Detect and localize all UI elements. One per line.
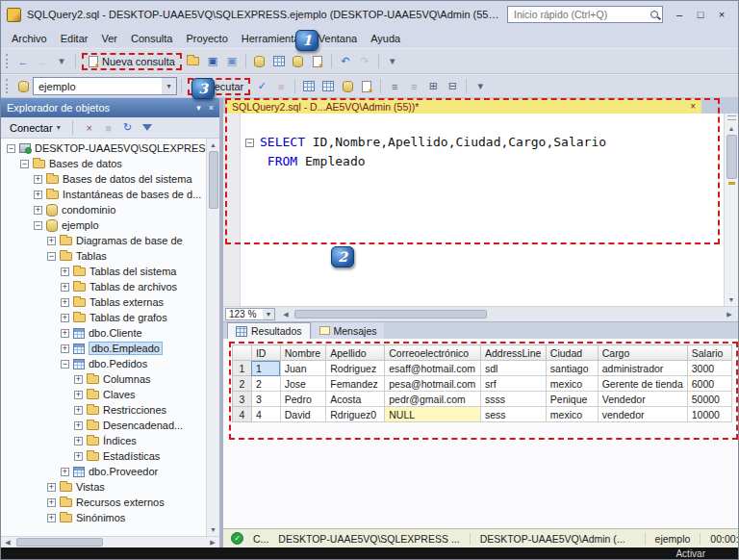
tree-item-tablas-del-sistema[interactable]: +Tablas del sistema: [1, 264, 206, 279]
tree-item-bases-de-datos-del-sistema[interactable]: +Bases de datos del sistema: [1, 171, 206, 187]
tree-item-dbo-empleado[interactable]: +dbo.Empleado: [1, 341, 206, 356]
col-header-ciudad[interactable]: Ciudad: [546, 345, 598, 361]
tree-item-condominio[interactable]: +condominio: [1, 202, 206, 217]
row-number[interactable]: 1: [233, 361, 252, 376]
scroll-right-icon[interactable]: ▶: [723, 308, 736, 320]
expand-icon[interactable]: +: [47, 498, 56, 507]
scrollbar-thumb[interactable]: [209, 151, 218, 209]
comment-lines-icon[interactable]: ≡: [386, 78, 403, 95]
toolbar-grip[interactable]: [6, 79, 10, 93]
cell-cargo[interactable]: vendedor: [598, 407, 687, 422]
refresh-icon[interactable]: ↻: [119, 119, 137, 137]
tree-item-dbo-pedidos[interactable]: −dbo.Pedidos: [1, 356, 206, 371]
redo-icon[interactable]: ↷: [356, 53, 373, 70]
tree-item-tablas-de-archivos[interactable]: +Tablas de archivos: [1, 279, 206, 294]
database-combobox[interactable]: ejemplo ▾: [33, 77, 177, 95]
generate-scripts-icon[interactable]: [309, 53, 326, 70]
scroll-down-icon[interactable]: ▼: [207, 523, 219, 536]
tree-item-columnas[interactable]: +Columnas: [1, 371, 206, 387]
tree-horizontal-scrollbar[interactable]: ◀ ▶: [1, 536, 219, 547]
scroll-up-icon[interactable]: ▲: [725, 122, 738, 135]
row-number[interactable]: 4: [233, 407, 252, 422]
cell-ciudad[interactable]: mexico: [546, 407, 598, 422]
cell-nombre[interactable]: Pedro: [280, 392, 326, 407]
col-header-addressline[interactable]: AddressLine: [481, 345, 547, 361]
cell-id[interactable]: 3: [251, 392, 280, 407]
parse-query-icon[interactable]: ✓: [253, 78, 270, 95]
minimize-button[interactable]: –: [669, 9, 690, 20]
cell-apellido[interactable]: Acosta: [326, 392, 385, 407]
col-header-correoelectr-nico[interactable]: Correoelectrónico: [385, 345, 481, 361]
cell-cargo[interactable]: administrador: [598, 361, 687, 376]
expand-icon[interactable]: +: [74, 421, 83, 430]
menu-ayuda[interactable]: Ayuda: [364, 31, 407, 46]
new-query-button[interactable]: Nueva consulta: [86, 55, 178, 68]
tree-item-desktop-uaae5vq-sqlexpress[interactable]: −DESKTOP-UAAE5VQ\SQLEXPRESS...: [1, 140, 206, 156]
tree-item-recursos-externos[interactable]: +Recursos externos: [1, 495, 206, 510]
cell-ciudad[interactable]: mexico: [546, 376, 598, 392]
tree-item-desencadenad[interactable]: +Desencadenad...: [1, 418, 206, 433]
attach-database-icon[interactable]: [290, 53, 307, 70]
cell-cargo[interactable]: Vendedor: [598, 392, 687, 407]
menu-ver[interactable]: Ver: [94, 31, 124, 46]
new-database-icon[interactable]: [251, 53, 268, 70]
collapse-icon[interactable]: −: [20, 160, 29, 168]
window-position-icon[interactable]: ▾: [196, 103, 201, 113]
scroll-left-icon[interactable]: ◀: [1, 536, 14, 548]
cell-addressline[interactable]: ssss: [481, 392, 547, 407]
cell-salario[interactable]: 6000: [687, 376, 731, 392]
cell-correoelectr-nico[interactable]: NULL: [385, 407, 481, 422]
cell-correoelectr-nico[interactable]: pedr@gmail.com: [385, 392, 481, 407]
tree-item-vistas[interactable]: +Vistas: [1, 479, 206, 495]
scroll-left-icon[interactable]: ◀: [279, 308, 293, 320]
tree-item-dbo-cliente[interactable]: +dbo.Cliente: [1, 325, 206, 341]
scroll-right-icon[interactable]: ▶: [206, 536, 219, 548]
tree-item-dbo-proveedor[interactable]: +dbo.Proveedor: [1, 464, 206, 479]
tree-item-estad-sticas[interactable]: +Estadísticas: [1, 448, 206, 464]
expand-icon[interactable]: +: [34, 191, 42, 199]
filter-icon[interactable]: [139, 119, 156, 137]
navigation-dropdown-icon[interactable]: ▾: [53, 53, 70, 70]
cell-salario[interactable]: 50000: [687, 392, 731, 407]
tree-item-restricciones[interactable]: +Restricciones: [1, 402, 206, 418]
row-number[interactable]: 2: [233, 376, 252, 392]
expand-icon[interactable]: +: [61, 283, 69, 292]
expand-icon[interactable]: +: [34, 206, 42, 215]
stop-icon[interactable]: ■: [100, 119, 117, 137]
tab-resultados[interactable]: Resultados: [227, 322, 311, 339]
outdent-icon[interactable]: ⊟: [444, 78, 461, 95]
editor-horizontal-scrollbar[interactable]: ◀ ▶: [279, 309, 736, 320]
zoom-combobox[interactable]: 123 % ▾: [225, 308, 275, 320]
expand-icon[interactable]: +: [61, 298, 69, 307]
query-options-icon[interactable]: [358, 78, 375, 95]
activity-monitor-icon[interactable]: [270, 53, 288, 70]
intellisense-icon[interactable]: [339, 78, 356, 95]
menu-ventana[interactable]: Ventana: [312, 31, 364, 46]
row-number[interactable]: 3: [233, 392, 252, 407]
scrollbar-thumb[interactable]: [16, 538, 103, 547]
split-grip-icon[interactable]: [727, 115, 736, 120]
cell-correoelectr-nico[interactable]: esaff@hotmail.com: [385, 361, 481, 376]
scrollbar-thumb[interactable]: [726, 135, 737, 179]
cell-cargo[interactable]: Gerente de tienda: [598, 376, 687, 392]
menu-proyecto[interactable]: Proyecto: [179, 31, 234, 46]
open-file-icon[interactable]: [185, 53, 202, 70]
cell-addressline[interactable]: srf: [481, 376, 547, 392]
chevron-down-icon[interactable]: ▾: [162, 78, 176, 94]
tree-item-instant-neas-de-bases-de-d[interactable]: +Instantáneas de bases de d...: [1, 187, 206, 202]
quick-launch-search[interactable]: [507, 6, 663, 23]
quick-launch-input[interactable]: [512, 8, 650, 21]
cell-ciudad[interactable]: Penique: [546, 392, 598, 407]
close-icon[interactable]: ×: [209, 103, 214, 113]
menu-editar[interactable]: Editar: [54, 31, 95, 46]
tree-item-claves[interactable]: +Claves: [1, 387, 206, 402]
col-header-id[interactable]: ID: [251, 345, 280, 361]
expand-icon[interactable]: +: [47, 514, 56, 522]
cell-addressline[interactable]: sdl: [481, 361, 547, 376]
cell-id[interactable]: 4: [251, 407, 280, 422]
expand-icon[interactable]: +: [61, 267, 69, 276]
menu-consulta[interactable]: Consulta: [124, 31, 179, 46]
toolbar-overflow-icon[interactable]: ▾: [384, 53, 401, 70]
cell-apellido[interactable]: Rodriguez: [326, 361, 385, 376]
maximize-button[interactable]: □: [690, 9, 711, 20]
